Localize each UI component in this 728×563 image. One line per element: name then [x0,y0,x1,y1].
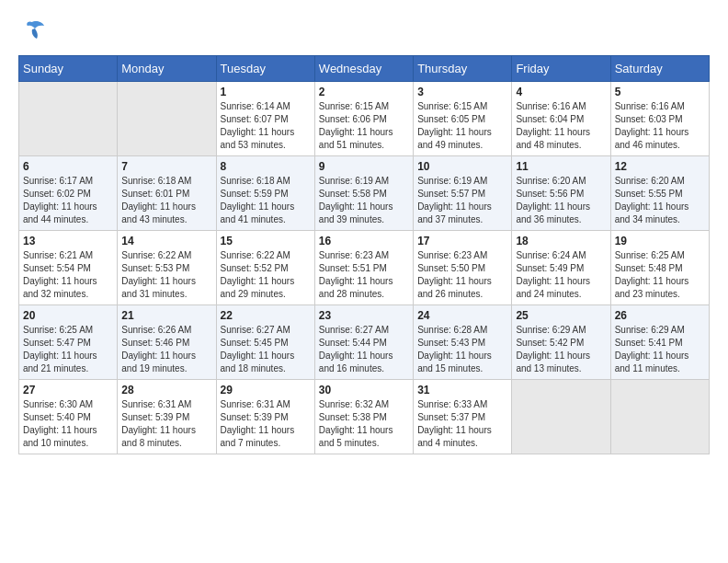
logo-bird-icon [18,18,46,40]
day-number: 26 [615,309,705,322]
day-number: 25 [516,309,606,322]
day-info: Sunrise: 6:21 AMSunset: 5:54 PMDaylight:… [23,249,113,301]
calendar-cell: 30Sunrise: 6:32 AMSunset: 5:38 PMDayligh… [314,380,413,454]
day-number: 4 [516,86,606,98]
day-number: 8 [221,160,311,173]
day-info: Sunrise: 6:14 AMSunset: 6:07 PMDaylight:… [221,100,311,152]
calendar-cell: 11Sunrise: 6:20 AMSunset: 5:56 PMDayligh… [512,156,610,231]
day-number: 18 [516,235,606,247]
calendar-cell: 20Sunrise: 6:25 AMSunset: 5:47 PMDayligh… [19,305,118,380]
calendar-cell: 23Sunrise: 6:27 AMSunset: 5:44 PMDayligh… [314,305,413,380]
day-number: 24 [417,309,507,322]
day-number: 28 [121,384,211,396]
calendar-cell [118,82,216,156]
day-number: 16 [319,235,409,247]
calendar-cell: 15Sunrise: 6:22 AMSunset: 5:52 PMDayligh… [216,231,314,305]
calendar-cell [512,380,610,454]
calendar-cell: 1Sunrise: 6:14 AMSunset: 6:07 PMDaylight… [216,82,314,156]
day-number: 2 [319,86,409,98]
day-info: Sunrise: 6:15 AMSunset: 6:06 PMDaylight:… [319,100,409,152]
day-header: Tuesday [216,56,314,82]
calendar-cell: 12Sunrise: 6:20 AMSunset: 5:55 PMDayligh… [610,156,709,231]
calendar-cell: 5Sunrise: 6:16 AMSunset: 6:03 PMDaylight… [610,82,709,156]
day-header: Thursday [414,56,512,82]
day-number: 6 [23,160,113,173]
day-info: Sunrise: 6:24 AMSunset: 5:49 PMDaylight:… [516,249,606,301]
calendar-cell: 2Sunrise: 6:15 AMSunset: 6:06 PMDaylight… [314,82,413,156]
day-info: Sunrise: 6:22 AMSunset: 5:52 PMDaylight:… [221,249,311,301]
day-number: 9 [319,160,409,173]
day-number: 30 [319,384,409,396]
calendar-cell: 3Sunrise: 6:15 AMSunset: 6:05 PMDaylight… [414,82,512,156]
day-info: Sunrise: 6:22 AMSunset: 5:53 PMDaylight:… [121,249,211,301]
day-info: Sunrise: 6:18 AMSunset: 5:59 PMDaylight:… [221,175,311,226]
day-info: Sunrise: 6:16 AMSunset: 6:04 PMDaylight:… [516,100,606,152]
calendar-cell: 14Sunrise: 6:22 AMSunset: 5:53 PMDayligh… [118,231,216,305]
day-number: 14 [121,235,211,247]
calendar-cell: 16Sunrise: 6:23 AMSunset: 5:51 PMDayligh… [314,231,413,305]
day-header: Monday [118,56,216,82]
day-header: Wednesday [314,56,413,82]
day-info: Sunrise: 6:28 AMSunset: 5:43 PMDaylight:… [417,324,507,375]
day-info: Sunrise: 6:23 AMSunset: 5:50 PMDaylight:… [417,249,507,301]
calendar-cell: 29Sunrise: 6:31 AMSunset: 5:39 PMDayligh… [216,380,314,454]
day-info: Sunrise: 6:31 AMSunset: 5:39 PMDaylight:… [121,398,211,450]
logo [18,18,50,40]
calendar-cell: 25Sunrise: 6:29 AMSunset: 5:42 PMDayligh… [512,305,610,380]
day-info: Sunrise: 6:33 AMSunset: 5:37 PMDaylight:… [417,398,507,450]
calendar-cell: 7Sunrise: 6:18 AMSunset: 6:01 PMDaylight… [118,156,216,231]
day-info: Sunrise: 6:31 AMSunset: 5:39 PMDaylight:… [221,398,311,450]
day-number: 21 [121,309,211,322]
day-number: 29 [221,384,311,396]
day-info: Sunrise: 6:32 AMSunset: 5:38 PMDaylight:… [319,398,409,450]
day-info: Sunrise: 6:19 AMSunset: 5:57 PMDaylight:… [417,175,507,226]
day-info: Sunrise: 6:15 AMSunset: 6:05 PMDaylight:… [417,100,507,152]
calendar-cell: 18Sunrise: 6:24 AMSunset: 5:49 PMDayligh… [512,231,610,305]
day-number: 19 [615,235,705,247]
calendar-cell: 31Sunrise: 6:33 AMSunset: 5:37 PMDayligh… [414,380,512,454]
day-info: Sunrise: 6:17 AMSunset: 6:02 PMDaylight:… [23,175,113,226]
day-info: Sunrise: 6:27 AMSunset: 5:44 PMDaylight:… [319,324,409,375]
day-header: Saturday [610,56,709,82]
calendar-cell: 10Sunrise: 6:19 AMSunset: 5:57 PMDayligh… [414,156,512,231]
calendar-cell: 27Sunrise: 6:30 AMSunset: 5:40 PMDayligh… [19,380,118,454]
day-number: 5 [615,86,705,98]
calendar-cell: 9Sunrise: 6:19 AMSunset: 5:58 PMDaylight… [314,156,413,231]
day-number: 22 [221,309,311,322]
day-header: Friday [512,56,610,82]
calendar-cell: 6Sunrise: 6:17 AMSunset: 6:02 PMDaylight… [19,156,118,231]
calendar-cell: 4Sunrise: 6:16 AMSunset: 6:04 PMDaylight… [512,82,610,156]
day-number: 1 [221,86,311,98]
day-number: 17 [417,235,507,247]
day-info: Sunrise: 6:27 AMSunset: 5:45 PMDaylight:… [221,324,311,375]
calendar-cell [610,380,709,454]
day-number: 27 [23,384,113,396]
day-info: Sunrise: 6:18 AMSunset: 6:01 PMDaylight:… [121,175,211,226]
calendar-cell: 22Sunrise: 6:27 AMSunset: 5:45 PMDayligh… [216,305,314,380]
day-number: 20 [23,309,113,322]
day-number: 12 [615,160,705,173]
day-info: Sunrise: 6:25 AMSunset: 5:47 PMDaylight:… [23,324,113,375]
calendar-cell: 26Sunrise: 6:29 AMSunset: 5:41 PMDayligh… [610,305,709,380]
calendar-cell: 21Sunrise: 6:26 AMSunset: 5:46 PMDayligh… [118,305,216,380]
day-info: Sunrise: 6:29 AMSunset: 5:42 PMDaylight:… [516,324,606,375]
calendar-cell: 8Sunrise: 6:18 AMSunset: 5:59 PMDaylight… [216,156,314,231]
calendar-table: SundayMondayTuesdayWednesdayThursdayFrid… [18,55,710,454]
day-info: Sunrise: 6:26 AMSunset: 5:46 PMDaylight:… [121,324,211,375]
day-info: Sunrise: 6:23 AMSunset: 5:51 PMDaylight:… [319,249,409,301]
page-header [18,18,710,40]
day-number: 11 [516,160,606,173]
day-info: Sunrise: 6:19 AMSunset: 5:58 PMDaylight:… [319,175,409,226]
calendar-cell: 24Sunrise: 6:28 AMSunset: 5:43 PMDayligh… [414,305,512,380]
calendar-cell: 19Sunrise: 6:25 AMSunset: 5:48 PMDayligh… [610,231,709,305]
day-number: 10 [417,160,507,173]
day-number: 13 [23,235,113,247]
day-header: Sunday [19,56,118,82]
day-number: 31 [417,384,507,396]
day-info: Sunrise: 6:30 AMSunset: 5:40 PMDaylight:… [23,398,113,450]
calendar-cell: 13Sunrise: 6:21 AMSunset: 5:54 PMDayligh… [19,231,118,305]
day-number: 3 [417,86,507,98]
calendar-cell: 28Sunrise: 6:31 AMSunset: 5:39 PMDayligh… [118,380,216,454]
day-info: Sunrise: 6:25 AMSunset: 5:48 PMDaylight:… [615,249,705,301]
day-info: Sunrise: 6:16 AMSunset: 6:03 PMDaylight:… [615,100,705,152]
